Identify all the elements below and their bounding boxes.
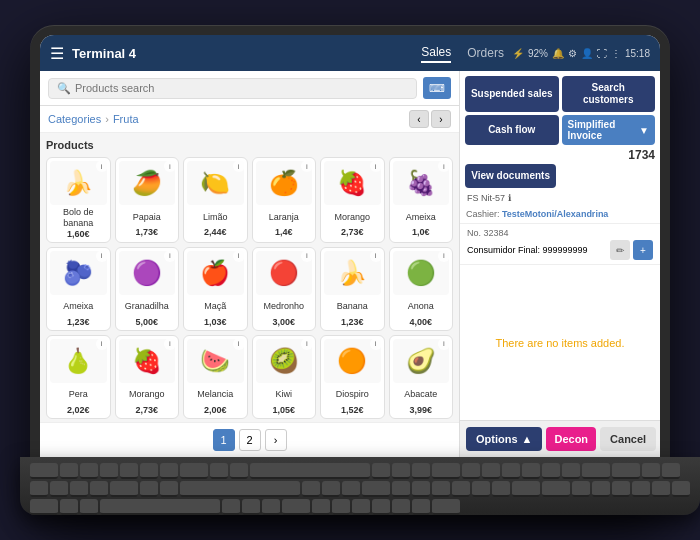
info-badge[interactable]: i xyxy=(370,338,382,350)
keyboard-key[interactable] xyxy=(50,481,68,497)
product-card[interactable]: 🍊 i Laranja 1,4€ xyxy=(252,157,317,243)
tab-sales[interactable]: Sales xyxy=(421,43,451,63)
keyboard-key[interactable] xyxy=(222,499,240,515)
keyboard-key[interactable] xyxy=(372,499,390,515)
options-button[interactable]: Options ▲ xyxy=(466,427,542,451)
decon-button[interactable]: Decon xyxy=(546,427,596,451)
product-card[interactable]: 🥭 i Papaia 1,73€ xyxy=(115,157,180,243)
info-badge[interactable]: i xyxy=(233,160,245,172)
info-badge[interactable]: i xyxy=(96,338,108,350)
product-card[interactable]: 🍋 i Limão 2,44€ xyxy=(183,157,248,243)
keyboard-key[interactable] xyxy=(472,481,490,497)
info-badge[interactable]: i xyxy=(233,250,245,262)
info-badge[interactable]: i xyxy=(164,338,176,350)
suspended-sales-button[interactable]: Suspended sales xyxy=(465,76,559,112)
more-icon[interactable]: ⋮ xyxy=(611,48,621,59)
keyboard-key[interactable] xyxy=(70,481,88,497)
product-card[interactable]: 🟢 i Anona 4,00€ xyxy=(389,247,454,331)
keyboard-key[interactable] xyxy=(632,481,650,497)
keyboard-key[interactable] xyxy=(342,481,360,497)
keyboard-key[interactable] xyxy=(522,463,540,479)
keyboard-key[interactable] xyxy=(412,499,430,515)
keyboard-key[interactable] xyxy=(60,499,78,515)
product-card[interactable]: 🟠 i Diospiro 1,52€ xyxy=(320,335,385,419)
keyboard-key[interactable] xyxy=(352,499,370,515)
keyboard-key[interactable] xyxy=(412,463,430,479)
page-next-button[interactable]: › xyxy=(265,429,287,451)
menu-icon[interactable]: ☰ xyxy=(50,44,64,63)
keyboard-key[interactable] xyxy=(262,499,280,515)
product-card[interactable]: 🍓 i Morango 2,73€ xyxy=(320,157,385,243)
keyboard-key[interactable] xyxy=(332,499,350,515)
keyboard-key[interactable] xyxy=(282,499,310,515)
keyboard-key[interactable] xyxy=(312,499,330,515)
info-badge[interactable]: i xyxy=(301,338,313,350)
invoice-type-selector[interactable]: Simplified Invoice ▼ xyxy=(562,115,656,145)
edit-customer-button[interactable]: ✏ xyxy=(610,240,630,260)
keyboard-key[interactable] xyxy=(100,463,118,479)
keyboard-key[interactable] xyxy=(30,499,58,515)
product-card[interactable]: 🍓 i Morango 2,73€ xyxy=(115,335,180,419)
keyboard-key[interactable] xyxy=(652,481,670,497)
keyboard-key[interactable] xyxy=(60,463,78,479)
info-badge[interactable]: i xyxy=(370,160,382,172)
keyboard-key[interactable] xyxy=(582,463,610,479)
keyboard-key[interactable] xyxy=(672,481,690,497)
keyboard-key[interactable] xyxy=(612,481,630,497)
product-card[interactable]: 🍌 i Bolo de banana 1,60€ xyxy=(46,157,111,243)
tab-orders[interactable]: Orders xyxy=(467,44,504,62)
search-customers-button[interactable]: Search customers xyxy=(562,76,656,112)
keyboard-key[interactable] xyxy=(572,481,590,497)
keyboard-key[interactable] xyxy=(462,463,480,479)
product-card[interactable]: 🍌 i Banana 1,23€ xyxy=(320,247,385,331)
info-badge[interactable]: i xyxy=(96,250,108,262)
keyboard-key[interactable] xyxy=(372,463,390,479)
keyboard-key[interactable] xyxy=(592,481,610,497)
keyboard-key[interactable] xyxy=(432,481,450,497)
keyboard-key[interactable] xyxy=(90,481,108,497)
keyboard-key[interactable] xyxy=(392,499,410,515)
keyboard-key[interactable] xyxy=(250,463,370,479)
product-card[interactable]: 🍎 i Maçã 1,03€ xyxy=(183,247,248,331)
search-input[interactable] xyxy=(75,82,408,94)
keyboard-key[interactable] xyxy=(160,481,178,497)
keyboard-key[interactable] xyxy=(140,463,158,479)
product-card[interactable]: 🫐 i Ameixa 1,23€ xyxy=(46,247,111,331)
keyboard-key[interactable] xyxy=(180,463,208,479)
nav-prev-button[interactable]: ‹ xyxy=(409,110,429,128)
keyboard-key[interactable] xyxy=(562,463,580,479)
page-1-button[interactable]: 1 xyxy=(213,429,235,451)
keyboard-key[interactable] xyxy=(452,481,470,497)
keyboard-button[interactable]: ⌨ xyxy=(423,77,451,99)
info-badge[interactable]: i xyxy=(301,160,313,172)
keyboard-key[interactable] xyxy=(492,481,510,497)
keyboard-key[interactable] xyxy=(432,463,460,479)
keyboard-key[interactable] xyxy=(120,463,138,479)
keyboard-key[interactable] xyxy=(412,481,430,497)
cash-flow-button[interactable]: Cash flow xyxy=(465,115,559,145)
keyboard-key[interactable] xyxy=(322,481,340,497)
add-customer-button[interactable]: + xyxy=(633,240,653,260)
keyboard-key[interactable] xyxy=(110,481,138,497)
keyboard-key[interactable] xyxy=(362,481,390,497)
keyboard-key[interactable] xyxy=(30,481,48,497)
info-badge[interactable]: i xyxy=(438,250,450,262)
person-icon[interactable]: 👤 xyxy=(581,48,593,59)
nav-next-button[interactable]: › xyxy=(431,110,451,128)
keyboard-key[interactable] xyxy=(80,463,98,479)
keyboard-key[interactable] xyxy=(100,499,220,515)
keyboard-key[interactable] xyxy=(392,463,410,479)
keyboard-key[interactable] xyxy=(180,481,300,497)
info-badge[interactable]: i xyxy=(96,160,108,172)
keyboard-key[interactable] xyxy=(502,463,520,479)
info-badge[interactable]: i xyxy=(233,338,245,350)
page-2-button[interactable]: 2 xyxy=(239,429,261,451)
product-card[interactable]: 🔴 i Medronho 3,00€ xyxy=(252,247,317,331)
info-badge[interactable]: i xyxy=(370,250,382,262)
product-card[interactable]: 🍉 i Melancia 2,00€ xyxy=(183,335,248,419)
keyboard-key[interactable] xyxy=(662,463,680,479)
notification-icon[interactable]: 🔔 xyxy=(552,48,564,59)
keyboard-key[interactable] xyxy=(482,463,500,479)
keyboard-key[interactable] xyxy=(512,481,540,497)
keyboard-key[interactable] xyxy=(612,463,640,479)
